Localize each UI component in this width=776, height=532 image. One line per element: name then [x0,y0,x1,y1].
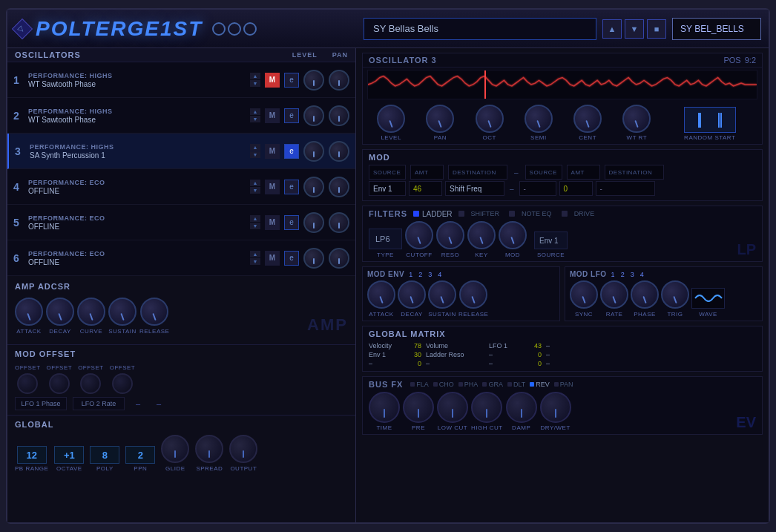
level-knob-5[interactable] [303,212,324,233]
mod-env-tab-2[interactable]: 2 [417,271,424,278]
osc-up-6[interactable]: ▲ [250,251,260,257]
filter-mod-knob[interactable] [499,221,527,249]
mod-env-tab-4[interactable]: 4 [436,271,443,278]
fx-pha-toggle[interactable]: PHA [458,381,479,388]
osc-up-5[interactable]: ▲ [250,215,260,222]
lfo-wave-display[interactable] [691,288,725,309]
fx-dlt-toggle[interactable]: DLT [507,381,525,388]
osc-down-5[interactable]: ▼ [250,223,260,229]
offset-knob-4[interactable] [112,373,133,394]
spread-knob[interactable] [195,435,223,463]
mod-env-release-knob[interactable] [459,280,487,309]
filter-noteq-toggle[interactable]: NOTE EQ [509,210,556,217]
osc-down-4[interactable]: ▼ [250,187,260,194]
mod-source-1[interactable]: Env 1 [369,181,406,196]
mod-lfo-tab-1[interactable]: 1 [610,271,616,278]
mod-lfo-rate-knob[interactable] [600,280,628,309]
attack-knob[interactable] [15,298,43,326]
mod-dest-1[interactable]: Shift Freq [445,181,504,196]
preset-name[interactable]: SY Bellas Bells [364,18,596,40]
preset-down-button[interactable]: ▲ [602,19,622,39]
osc-down-1[interactable]: ▼ [250,80,260,87]
level-knob-2[interactable] [303,105,324,126]
pan-knob-2[interactable] [329,105,349,126]
filter-key-knob[interactable] [467,221,496,249]
busfx-drywet-knob[interactable] [540,392,571,423]
fx-rev-toggle[interactable]: REV [530,381,550,388]
curve-knob[interactable] [77,298,105,326]
sustain-knob[interactable] [108,298,137,326]
osc-down-6[interactable]: ▼ [250,258,260,265]
busfx-pre-knob[interactable] [403,392,434,423]
mod-env-tab-1[interactable]: 1 [407,271,414,278]
filter-source-display[interactable]: Env 1 [534,231,568,249]
mute-btn-2[interactable]: M [265,108,280,123]
osc-up-2[interactable]: ▲ [250,108,260,115]
mod-env-decay-knob[interactable] [398,280,426,309]
mod-source2-1[interactable]: - [519,181,556,196]
edit-btn-2[interactable]: e [284,108,299,123]
osc-up-4[interactable]: ▲ [250,180,260,186]
mod-env-tab-3[interactable]: 3 [427,271,433,278]
osc-down-2[interactable]: ▼ [250,116,260,122]
random-start-display[interactable] [684,107,736,133]
mod-lfo-tab-2[interactable]: 2 [619,271,626,278]
mod-lfo-tab-3[interactable]: 3 [629,271,636,278]
mod-dest2-1[interactable]: - [596,181,655,196]
waveform-display[interactable] [367,70,757,99]
filter-shifter-toggle[interactable]: SHIFTER [458,210,504,217]
edit-btn-1[interactable]: e [284,73,299,88]
filter-reso-knob[interactable] [436,221,464,249]
level-knob-4[interactable] [303,177,324,197]
mod-lfo-trig-knob[interactable] [661,280,689,309]
filter-drive-toggle[interactable]: DRIVE [562,210,599,217]
fx-cho-toggle[interactable]: CHO [433,381,454,388]
osc3-pan-knob[interactable] [426,105,454,133]
offset-knob-1[interactable] [17,373,38,394]
lfo1-phase-label[interactable]: LFO 1 Phase [15,397,67,410]
busfx-damp-knob[interactable] [506,392,537,423]
mod-env-attack-knob[interactable] [367,280,395,309]
mod-lfo-tab-4[interactable]: 4 [639,271,645,278]
filter-cutoff-knob[interactable] [405,221,433,249]
level-knob-3[interactable] [303,141,324,162]
busfx-time-knob[interactable] [369,392,400,423]
osc-down-3[interactable]: ▼ [250,151,260,158]
pan-knob-1[interactable] [329,70,349,91]
pan-knob-6[interactable] [329,248,349,269]
mod-lfo-sync-knob[interactable] [570,280,598,309]
release-knob[interactable] [140,298,168,326]
busfx-lowcut-knob[interactable] [437,392,468,423]
preset-up-button[interactable]: ▼ [625,19,644,39]
mute-btn-6[interactable]: M [265,251,280,266]
offset-knob-2[interactable] [49,373,70,394]
lfo2-rate-label[interactable]: LFO 2 Rate [73,397,125,410]
osc3-level-knob[interactable] [377,105,405,133]
fx-fla-toggle[interactable]: FLA [410,381,429,388]
osc3-wtrt-knob[interactable] [622,105,651,133]
filter-type-display[interactable]: LP6 [369,229,402,249]
mod-env-sustain-knob[interactable] [428,280,456,309]
mute-btn-4[interactable]: M [265,180,280,194]
edit-btn-6[interactable]: e [284,251,299,266]
glide-knob[interactable] [161,435,189,463]
osc-up-1[interactable]: ▲ [250,73,260,79]
level-knob-6[interactable] [303,248,324,269]
fx-gra-toggle[interactable]: GRA [482,381,503,388]
fx-pan-toggle[interactable]: PAN [554,381,573,388]
filter-ladder-toggle[interactable]: LADDER [413,210,453,218]
mod-lfo-phase-knob[interactable] [631,280,659,309]
osc3-semi-knob[interactable] [525,105,553,133]
edit-btn-5[interactable]: e [284,215,299,230]
osc-up-3[interactable]: ▲ [250,144,260,151]
pan-knob-3[interactable] [329,141,349,162]
offset-knob-3[interactable] [80,373,101,394]
pan-knob-4[interactable] [329,177,349,197]
level-knob-1[interactable] [303,70,324,91]
busfx-highcut-knob[interactable] [471,392,502,423]
output-knob[interactable] [229,435,257,463]
decay-knob[interactable] [46,298,74,326]
mute-btn-5[interactable]: M [265,215,280,230]
mute-btn-3[interactable]: M [265,144,280,159]
osc3-cent-knob[interactable] [573,105,602,133]
